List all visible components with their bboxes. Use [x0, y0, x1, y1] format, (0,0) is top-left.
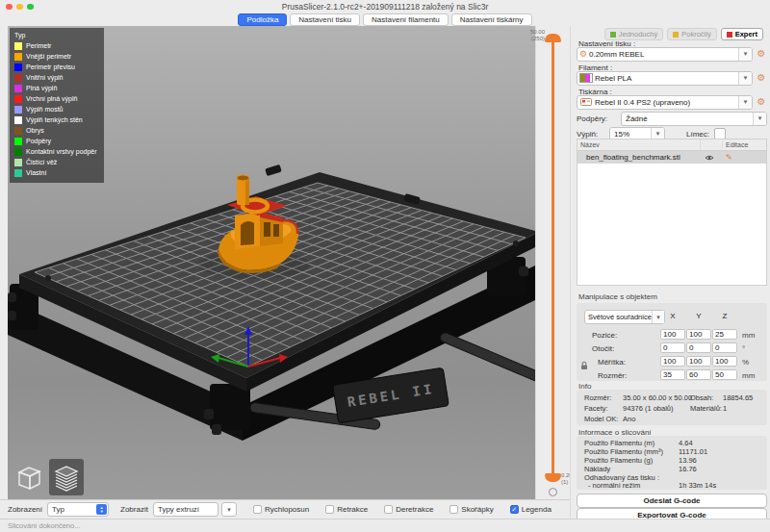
supports-value: Žádné	[622, 114, 753, 123]
settings-sidebar: Jednoduchý Pokročilý Expert Nastavení ti…	[570, 26, 770, 519]
position-x-field[interactable]	[660, 329, 685, 340]
filament-combo[interactable]: Rebel PLA ▾	[577, 71, 753, 86]
legend-item-label: Podpěry	[26, 138, 51, 144]
retrakce-checkbox[interactable]	[325, 505, 334, 514]
scale-x-field[interactable]	[660, 356, 685, 367]
3d-editor-view-button[interactable]	[12, 459, 46, 495]
title-bar: PrusaSlicer-2.1.0-rc2+-201909111218 zalo…	[0, 0, 770, 13]
axis-header-y: Y	[686, 312, 711, 320]
supports-label: Podpěry:	[577, 114, 621, 123]
supports-combo[interactable]: Žádné ▾	[621, 112, 767, 126]
tab-plater[interactable]: Podložka	[238, 13, 287, 26]
legenda-checkbox[interactable]: ✓	[510, 505, 519, 514]
rotate-z-field[interactable]	[712, 342, 737, 353]
legend-item: Podpěry	[14, 136, 99, 146]
preview-view-button[interactable]	[49, 459, 84, 495]
eye-icon[interactable]	[698, 154, 720, 162]
rotate-y-field[interactable]	[686, 342, 711, 353]
legend-item-label: Perimetr	[26, 42, 51, 49]
mode-advanced-button[interactable]: Pokročilý	[667, 28, 716, 40]
info-materials-value: 1	[723, 404, 727, 413]
scale-z-field[interactable]	[712, 356, 737, 367]
size-row: Rozměr: mm	[577, 368, 767, 382]
toolbar-checkbox-retrakce: Retrakce	[325, 505, 368, 514]
app-window: PrusaSlicer-2.1.0-rc2+-201909111218 zalo…	[0, 0, 770, 532]
object-name: ben_floating_benchmark.stl	[578, 153, 698, 162]
rotate-x-field[interactable]	[660, 342, 685, 353]
legend-color-swatch	[14, 169, 22, 177]
layers-icon	[53, 463, 80, 492]
legend-item: Obrys	[14, 125, 99, 136]
printer-combo[interactable]: Rebel II 0.4 PS2 (upraveno) ▾	[577, 95, 753, 110]
edit-filament-button[interactable]: ⚙	[756, 72, 767, 84]
object-list-body[interactable]: ben_floating_benchmark.stl ✎	[577, 150, 767, 286]
position-z-field[interactable]	[712, 329, 737, 340]
sliced-info-value: 11171.01	[679, 447, 707, 456]
legend-item: Čistící věž	[14, 157, 99, 167]
info-manifold-value: Ano	[623, 415, 635, 423]
checkbox-label: Legenda	[522, 505, 552, 514]
layer-slider-upper-handle[interactable]	[545, 34, 561, 42]
print-settings-combo[interactable]: ⚙ 0.20mm REBEL ▾	[577, 47, 753, 62]
show-label: Zobrazit	[120, 505, 148, 514]
legend-item: Výplň tenkých stěn	[14, 114, 99, 125]
manipulation-title: Manipulace s objektem	[578, 292, 657, 301]
legend-color-swatch	[14, 63, 22, 71]
layer-slider-lower-handle[interactable]	[545, 473, 561, 482]
sliced-info-panel: Použito Filamentu (m)4.64Použito Filamen…	[577, 436, 767, 490]
edit-printer-button[interactable]: ⚙	[756, 96, 767, 108]
infill-label: Výplň:	[577, 130, 609, 139]
object-list-row[interactable]: ben_floating_benchmark.stl ✎	[578, 151, 766, 164]
infill-value: 15%	[610, 130, 651, 139]
legend-item-label: Vnitřní výplň	[26, 74, 64, 81]
send-gcode-button[interactable]: Odeslat G-code	[577, 494, 767, 508]
size-z-field[interactable]	[712, 369, 737, 380]
legend-item: Vlastní	[14, 167, 99, 178]
checkbox-label: Deretrakce	[396, 505, 433, 514]
edit-print-settings-button[interactable]: ⚙	[756, 48, 767, 60]
3d-viewport[interactable]: REBEL II	[8, 26, 535, 499]
chevron-down-icon[interactable]: ▾	[738, 48, 752, 61]
object-list-header: Název Editace	[577, 139, 767, 150]
layer-slider-top-label: 50.00(250)	[526, 29, 545, 42]
printer-value: Rebel II 0.4 PS2 (upraveno)	[595, 98, 738, 107]
extrusion-legend: Typ PerimetrVnější perimetrPerimetr přev…	[10, 28, 104, 183]
mode-expert-button[interactable]: Expert	[721, 28, 763, 40]
axis-header-z: Z	[712, 312, 737, 320]
legend-item-label: Kontaktní vrstvy podpěr	[26, 148, 97, 155]
deretrakce-checkbox[interactable]	[384, 505, 393, 514]
legend-item-label: Vnější perimetr	[26, 53, 71, 60]
tab-filament-settings[interactable]: Nastavení filamentu	[363, 13, 449, 26]
scale-y-field[interactable]	[686, 356, 711, 367]
sliced-info-label: Použito Filamentu (g)	[584, 456, 653, 465]
info-facets-value: 94376 (1 obalů)	[623, 404, 674, 413]
rychloposun-checkbox[interactable]	[253, 505, 262, 514]
one-layer-mode-button[interactable]	[549, 488, 557, 496]
chevron-down-icon[interactable]: ▾	[753, 113, 766, 125]
tab-printer-settings[interactable]: Nastavení tiskárny	[451, 13, 532, 26]
position-y-field[interactable]	[686, 329, 711, 340]
sliced-info-label: Použito Filamentu (m)	[584, 439, 654, 447]
edit-object-icon[interactable]: ✎	[720, 153, 766, 162]
chevron-down-icon[interactable]: ▾	[221, 502, 237, 517]
legend-item-label: Obrys	[26, 127, 44, 134]
chevron-down-icon[interactable]: ▾	[738, 72, 752, 85]
chevron-down-icon[interactable]: ▾	[738, 96, 752, 109]
position-unit: mm	[742, 331, 755, 340]
view-mode-buttons	[12, 459, 84, 495]
select-stepper-icon: ▴▾	[96, 504, 107, 515]
coord-system-combo[interactable]: Světové souřadnice ▾	[584, 310, 665, 324]
show-combo[interactable]: Typy extruzí	[153, 502, 218, 517]
status-text: Slicování dokončeno...	[8, 521, 80, 530]
size-x-field[interactable]	[660, 369, 685, 380]
size-y-field[interactable]	[686, 369, 711, 380]
position-label: Pozice:	[592, 331, 617, 340]
view-select[interactable]: Typ ▴▾	[47, 502, 109, 517]
toolbar-checkbox-rychloposun: Rychloposun	[253, 505, 309, 514]
tab-print-settings[interactable]: Nastavení tisku	[290, 13, 360, 26]
legend-color-swatch	[14, 127, 22, 135]
preview-toolbar: Zobrazení Typ ▴▾ Zobrazit Typy extruzí ▾…	[0, 499, 570, 519]
layer-slider-track[interactable]	[552, 40, 554, 475]
skořápky-checkbox[interactable]	[449, 505, 458, 514]
object-list: Název Editace ben_floating_benchmark.stl…	[577, 139, 767, 286]
